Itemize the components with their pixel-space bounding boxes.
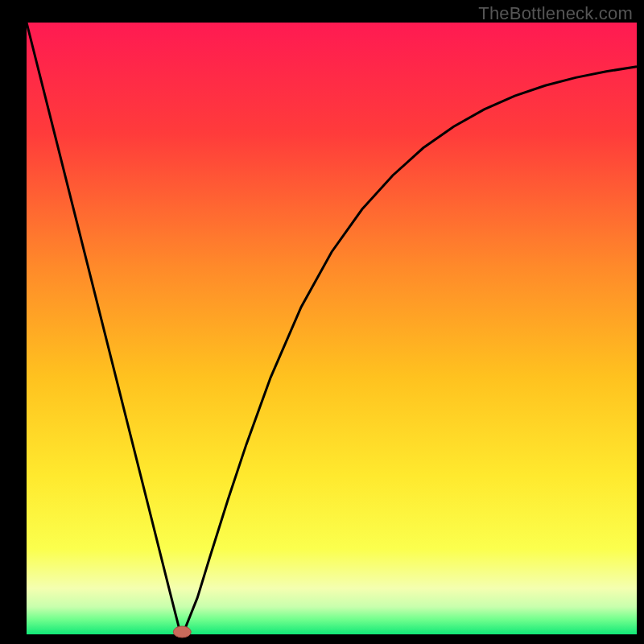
plot-background: [27, 23, 637, 634]
watermark-text: TheBottleneck.com: [478, 3, 633, 24]
bottleneck-chart: [0, 0, 644, 644]
chart-frame: { "watermark": "TheBottleneck.com", "col…: [0, 0, 644, 644]
optimal-point-marker: [173, 626, 191, 638]
